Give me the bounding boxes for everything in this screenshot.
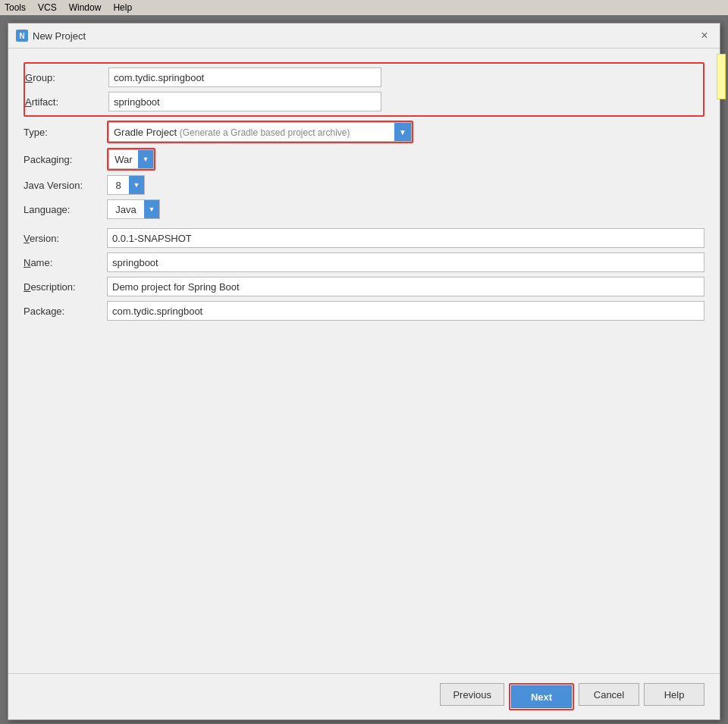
group-artifact-highlight: Group: Artifact: [24, 62, 704, 117]
language-arrow: ▼ [144, 200, 159, 218]
description-input[interactable] [107, 277, 704, 296]
version-label: Version: [24, 228, 107, 249]
java-version-text: 8 [108, 180, 129, 191]
type-label: Type: [24, 122, 107, 143]
main-wrapper: N New Project × Group: Artifact: [0, 15, 728, 724]
previous-button[interactable]: Previous [440, 683, 504, 706]
title-bar-left: N New Project [16, 30, 86, 42]
java-version-arrow: ▼ [129, 176, 144, 194]
language-dropdown[interactable]: Java ▼ [107, 199, 160, 219]
dialog-content: Group: Artifact: Type: [8, 49, 720, 673]
type-dropdown[interactable]: Gradle Project (Generate a Gradle based … [108, 122, 412, 142]
form-grid: Group: Artifact: Type: [24, 61, 704, 323]
title-bar: N New Project × [8, 24, 720, 49]
menu-window[interactable]: Window [69, 2, 102, 13]
java-version-label: Java Version: [24, 175, 107, 196]
next-button-wrapper: Next [509, 683, 574, 710]
type-highlight: Gradle Project (Generate a Gradle based … [107, 121, 413, 143]
dialog-title: New Project [33, 30, 86, 42]
language-text: Java [108, 204, 144, 215]
menu-vcs[interactable]: VCS [38, 2, 57, 13]
version-input[interactable] [107, 228, 704, 248]
type-dropdown-arrow: ▼ [394, 123, 411, 141]
close-icon: × [701, 30, 708, 42]
packaging-dropdown-text: War [109, 154, 138, 165]
dialog-icon-text: N [19, 32, 24, 40]
packaging-dropdown[interactable]: War ▼ [108, 149, 154, 169]
java-version-dropdown[interactable]: 8 ▼ [107, 175, 145, 195]
sticky-note [717, 54, 726, 99]
name-label: Name: [24, 252, 107, 273]
packaging-label: Packaging: [24, 149, 107, 170]
group-input[interactable] [108, 67, 381, 87]
dialog-icon: N [16, 30, 28, 42]
type-value: Gradle Project [114, 127, 177, 138]
type-description: (Generate a Gradle based project archive… [180, 127, 350, 138]
dialog-footer: Previous Next Cancel Help [8, 673, 720, 719]
type-dropdown-text: Gradle Project (Generate a Gradle based … [109, 127, 394, 138]
menu-help[interactable]: Help [113, 2, 132, 13]
group-label: Group: [25, 67, 108, 88]
language-label: Language: [24, 199, 107, 220]
close-button[interactable]: × [697, 28, 712, 43]
ide-menubar: Tools VCS Window Help [0, 0, 728, 15]
cancel-button[interactable]: Cancel [579, 683, 639, 706]
packaging-row: Packaging: War ▼ [24, 148, 704, 171]
next-button[interactable]: Next [511, 685, 572, 708]
help-button[interactable]: Help [644, 683, 704, 706]
package-input[interactable] [107, 301, 704, 321]
package-label: Package: [24, 301, 107, 321]
name-input[interactable] [107, 252, 704, 272]
artifact-input[interactable] [108, 92, 381, 111]
packaging-highlight: War ▼ [107, 148, 155, 171]
artifact-label: Artifact: [25, 92, 108, 112]
menu-tools[interactable]: Tools [5, 2, 26, 13]
spacer1 [24, 221, 704, 226]
new-project-dialog: N New Project × Group: Artifact: [8, 23, 720, 720]
type-row: Type: Gradle Project (Generate a Gradle … [24, 121, 704, 143]
description-label: Description: [24, 277, 107, 297]
packaging-dropdown-arrow: ▼ [138, 150, 153, 168]
